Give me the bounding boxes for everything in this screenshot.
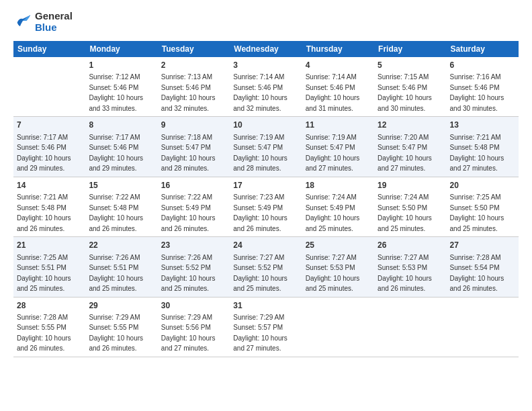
calendar-cell: 6Sunrise: 7:16 AMSunset: 5:46 PMDaylight… — [447, 57, 519, 117]
logo-general: General — [35, 10, 73, 21]
cell-detail: Sunrise: 7:26 AMSunset: 5:51 PMDaylight:… — [89, 254, 143, 293]
day-number: 23 — [161, 240, 226, 251]
cell-detail: Sunrise: 7:26 AMSunset: 5:52 PMDaylight:… — [161, 254, 216, 293]
logo: General Blue — [13, 11, 73, 33]
cell-detail: Sunrise: 7:21 AMSunset: 5:48 PMDaylight:… — [450, 134, 504, 173]
logo-icon — [13, 14, 32, 30]
calendar-cell — [374, 297, 446, 357]
cell-detail: Sunrise: 7:16 AMSunset: 5:46 PMDaylight:… — [450, 73, 504, 112]
day-number: 9 — [161, 120, 226, 131]
logo-blue: Blue — [35, 22, 73, 34]
day-number: 17 — [233, 180, 298, 191]
cell-detail: Sunrise: 7:23 AMSunset: 5:49 PMDaylight:… — [233, 193, 287, 232]
cell-detail: Sunrise: 7:19 AMSunset: 5:47 PMDaylight:… — [306, 134, 360, 173]
col-wednesday: Wednesday — [230, 41, 302, 57]
day-number: 25 — [306, 240, 371, 251]
day-number: 5 — [378, 60, 443, 71]
day-number: 12 — [378, 120, 443, 131]
day-number: 3 — [233, 60, 298, 71]
cell-detail: Sunrise: 7:13 AMSunset: 5:46 PMDaylight:… — [161, 73, 216, 112]
calendar-cell: 29Sunrise: 7:29 AMSunset: 5:55 PMDayligh… — [85, 297, 157, 357]
calendar-cell: 3Sunrise: 7:14 AMSunset: 5:46 PMDaylight… — [230, 57, 302, 117]
cell-detail: Sunrise: 7:29 AMSunset: 5:55 PMDaylight:… — [89, 314, 143, 353]
calendar-cell: 7Sunrise: 7:17 AMSunset: 5:46 PMDaylight… — [13, 117, 85, 177]
cell-detail: Sunrise: 7:15 AMSunset: 5:46 PMDaylight:… — [378, 73, 432, 112]
calendar-cell: 1Sunrise: 7:12 AMSunset: 5:46 PMDaylight… — [85, 57, 157, 117]
calendar-cell: 25Sunrise: 7:27 AMSunset: 5:53 PMDayligh… — [302, 237, 374, 297]
calendar-cell: 13Sunrise: 7:21 AMSunset: 5:48 PMDayligh… — [447, 117, 519, 177]
day-number: 16 — [161, 180, 226, 191]
cell-detail: Sunrise: 7:12 AMSunset: 5:46 PMDaylight:… — [89, 73, 143, 112]
calendar-cell: 12Sunrise: 7:20 AMSunset: 5:47 PMDayligh… — [374, 117, 446, 177]
cell-detail: Sunrise: 7:24 AMSunset: 5:49 PMDaylight:… — [306, 193, 360, 232]
day-number: 28 — [17, 300, 82, 312]
cell-detail: Sunrise: 7:18 AMSunset: 5:47 PMDaylight:… — [161, 134, 216, 173]
day-number: 24 — [233, 240, 298, 251]
calendar-cell: 19Sunrise: 7:24 AMSunset: 5:50 PMDayligh… — [374, 177, 446, 236]
calendar-cell: 5Sunrise: 7:15 AMSunset: 5:46 PMDaylight… — [374, 57, 446, 117]
day-number: 1 — [89, 60, 154, 71]
cell-detail: Sunrise: 7:19 AMSunset: 5:47 PMDaylight:… — [233, 134, 287, 173]
col-monday: Monday — [85, 41, 157, 57]
day-number: 19 — [378, 180, 443, 191]
cell-detail: Sunrise: 7:25 AMSunset: 5:51 PMDaylight:… — [17, 254, 71, 293]
cell-detail: Sunrise: 7:27 AMSunset: 5:53 PMDaylight:… — [306, 254, 360, 293]
col-thursday: Thursday — [302, 41, 374, 57]
day-number: 8 — [89, 120, 154, 131]
day-number: 14 — [17, 180, 82, 191]
day-number: 18 — [306, 180, 371, 191]
day-number: 31 — [233, 300, 298, 312]
calendar-cell: 26Sunrise: 7:27 AMSunset: 5:53 PMDayligh… — [374, 237, 446, 297]
calendar-week-row: 21Sunrise: 7:25 AMSunset: 5:51 PMDayligh… — [13, 237, 519, 297]
calendar-header-row: Sunday Monday Tuesday Wednesday Thursday… — [13, 41, 519, 57]
cell-detail: Sunrise: 7:14 AMSunset: 5:46 PMDaylight:… — [306, 73, 360, 112]
cell-detail: Sunrise: 7:20 AMSunset: 5:47 PMDaylight:… — [378, 134, 432, 173]
cell-detail: Sunrise: 7:22 AMSunset: 5:48 PMDaylight:… — [89, 193, 143, 232]
calendar-cell: 8Sunrise: 7:17 AMSunset: 5:46 PMDaylight… — [85, 117, 157, 177]
calendar-week-row: 1Sunrise: 7:12 AMSunset: 5:46 PMDaylight… — [13, 57, 519, 117]
calendar-week-row: 7Sunrise: 7:17 AMSunset: 5:46 PMDaylight… — [13, 117, 519, 177]
day-number: 20 — [450, 180, 515, 191]
day-number: 2 — [161, 60, 226, 71]
cell-detail: Sunrise: 7:22 AMSunset: 5:49 PMDaylight:… — [161, 193, 216, 232]
calendar-cell: 24Sunrise: 7:27 AMSunset: 5:52 PMDayligh… — [230, 237, 302, 297]
day-number: 22 — [89, 240, 154, 251]
cell-detail: Sunrise: 7:25 AMSunset: 5:50 PMDaylight:… — [450, 193, 504, 232]
col-tuesday: Tuesday — [158, 41, 230, 57]
calendar-cell: 31Sunrise: 7:29 AMSunset: 5:57 PMDayligh… — [230, 297, 302, 357]
col-sunday: Sunday — [13, 41, 85, 57]
calendar-cell: 22Sunrise: 7:26 AMSunset: 5:51 PMDayligh… — [85, 237, 157, 297]
cell-detail: Sunrise: 7:29 AMSunset: 5:57 PMDaylight:… — [233, 314, 287, 353]
col-saturday: Saturday — [447, 41, 519, 57]
day-number: 30 — [161, 300, 226, 312]
page-header: General Blue — [13, 11, 519, 33]
cell-detail: Sunrise: 7:24 AMSunset: 5:50 PMDaylight:… — [378, 193, 432, 232]
day-number: 11 — [306, 120, 371, 131]
day-number: 15 — [89, 180, 154, 191]
calendar-cell: 11Sunrise: 7:19 AMSunset: 5:47 PMDayligh… — [302, 117, 374, 177]
calendar-cell: 17Sunrise: 7:23 AMSunset: 5:49 PMDayligh… — [230, 177, 302, 236]
calendar-cell: 14Sunrise: 7:21 AMSunset: 5:48 PMDayligh… — [13, 177, 85, 236]
day-number: 29 — [89, 300, 154, 312]
calendar-cell — [302, 297, 374, 357]
calendar-cell — [447, 297, 519, 357]
cell-detail: Sunrise: 7:21 AMSunset: 5:48 PMDaylight:… — [17, 193, 71, 232]
col-friday: Friday — [374, 41, 446, 57]
day-number: 6 — [450, 60, 515, 71]
calendar-cell: 15Sunrise: 7:22 AMSunset: 5:48 PMDayligh… — [85, 177, 157, 236]
calendar-week-row: 14Sunrise: 7:21 AMSunset: 5:48 PMDayligh… — [13, 177, 519, 236]
calendar-cell: 28Sunrise: 7:28 AMSunset: 5:55 PMDayligh… — [13, 297, 85, 357]
calendar-cell: 18Sunrise: 7:24 AMSunset: 5:49 PMDayligh… — [302, 177, 374, 236]
day-number: 10 — [233, 120, 298, 131]
cell-detail: Sunrise: 7:17 AMSunset: 5:46 PMDaylight:… — [17, 134, 71, 173]
main-container: General Blue Sunday Monday Tuesday Wedne… — [0, 0, 532, 364]
cell-detail: Sunrise: 7:28 AMSunset: 5:54 PMDaylight:… — [450, 254, 504, 293]
calendar-cell: 23Sunrise: 7:26 AMSunset: 5:52 PMDayligh… — [158, 237, 230, 297]
day-number: 26 — [378, 240, 443, 251]
calendar-cell: 20Sunrise: 7:25 AMSunset: 5:50 PMDayligh… — [447, 177, 519, 236]
cell-detail: Sunrise: 7:27 AMSunset: 5:52 PMDaylight:… — [233, 254, 287, 293]
cell-detail: Sunrise: 7:17 AMSunset: 5:46 PMDaylight:… — [89, 134, 143, 173]
calendar-cell: 21Sunrise: 7:25 AMSunset: 5:51 PMDayligh… — [13, 237, 85, 297]
cell-detail: Sunrise: 7:27 AMSunset: 5:53 PMDaylight:… — [378, 254, 432, 293]
calendar-cell: 2Sunrise: 7:13 AMSunset: 5:46 PMDaylight… — [158, 57, 230, 117]
